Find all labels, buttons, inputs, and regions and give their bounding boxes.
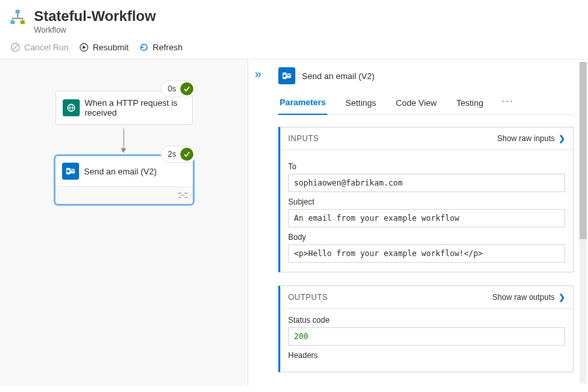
- refresh-icon: [139, 42, 149, 52]
- action-status-badge: 2s: [161, 146, 197, 163]
- status-code-value: 200: [288, 327, 565, 346]
- outlook-email-icon: [62, 163, 79, 180]
- toolbar: Cancel Run Resubmit Refresh: [0, 37, 588, 59]
- tabs-overflow-button[interactable]: ···: [502, 95, 514, 112]
- chevron-right-icon: ❯: [559, 293, 565, 302]
- svg-rect-1: [10, 20, 15, 24]
- refresh-button[interactable]: Refresh: [139, 42, 183, 52]
- panel-tabs: Parameters Settings Code View Testing ··…: [278, 93, 574, 115]
- page-header: Stateful-Workflow Workflow: [0, 0, 588, 37]
- outputs-section: OUTPUTS Show raw outputs ❯ Status code 2…: [278, 286, 574, 372]
- body-value: <p>Hello from your example workflow!</p>: [288, 244, 565, 263]
- svg-line-6: [12, 44, 18, 50]
- details-panel: » Send an email (V2) Parameters Settings…: [248, 59, 588, 386]
- panel-title: Send an email (V2): [302, 71, 374, 81]
- cancel-icon: [10, 42, 20, 52]
- success-check-icon: [180, 148, 193, 161]
- outlook-email-icon: [278, 67, 295, 84]
- action-duration-label: 2s: [168, 150, 176, 159]
- headers-label: Headers: [288, 351, 565, 360]
- status-code-label: Status code: [288, 316, 565, 325]
- page-subtitle: Workflow: [34, 25, 156, 35]
- http-request-icon: [63, 99, 80, 116]
- inputs-title: INPUTS: [288, 134, 319, 143]
- svg-point-16: [284, 74, 286, 77]
- panel-scrollbar[interactable]: [580, 62, 587, 384]
- to-label: To: [288, 162, 565, 171]
- resubmit-label: Resubmit: [93, 42, 129, 52]
- tab-settings[interactable]: Settings: [344, 94, 378, 114]
- tab-parameters[interactable]: Parameters: [278, 93, 327, 115]
- tab-testing[interactable]: Testing: [455, 94, 484, 114]
- subject-value: An email from your example workflow: [288, 209, 565, 227]
- show-raw-inputs-link[interactable]: Show raw inputs ❯: [497, 134, 565, 143]
- page-title: Stateful-Workflow: [34, 8, 156, 25]
- resubmit-icon: [79, 42, 89, 52]
- to-value: sophiaowen@fabrikam.com: [288, 174, 565, 192]
- link-icon: [178, 192, 188, 199]
- scroll-thumb[interactable]: [580, 62, 587, 239]
- svg-point-13: [67, 170, 69, 172]
- tab-code-view[interactable]: Code View: [395, 94, 438, 114]
- show-raw-inputs-label: Show raw inputs: [497, 134, 555, 143]
- email-action-node[interactable]: Send an email (V2): [56, 156, 193, 204]
- expand-panel-button[interactable]: »: [255, 67, 261, 81]
- subject-label: Subject: [288, 197, 565, 206]
- cancel-run-label: Cancel Run: [24, 42, 69, 52]
- refresh-label: Refresh: [153, 42, 183, 52]
- workflow-logo-icon: [9, 9, 26, 26]
- panel-header: Send an email (V2): [278, 67, 574, 93]
- email-action-label: Send an email (V2): [84, 167, 157, 176]
- chevron-right-icon: ❯: [559, 134, 565, 143]
- outputs-title: OUTPUTS: [288, 293, 328, 302]
- svg-rect-2: [20, 20, 25, 24]
- inputs-section: INPUTS Show raw inputs ❯ To sophiaowen@f…: [278, 127, 574, 272]
- show-raw-outputs-label: Show raw outputs: [493, 293, 555, 302]
- svg-rect-0: [16, 10, 20, 13]
- show-raw-outputs-link[interactable]: Show raw outputs ❯: [493, 293, 565, 302]
- connector-arrow-icon: [123, 129, 124, 152]
- action-footer: [56, 186, 193, 204]
- title-block: Stateful-Workflow Workflow: [34, 8, 156, 35]
- cancel-run-button: Cancel Run: [10, 42, 69, 52]
- success-check-icon: [180, 82, 193, 95]
- workflow-canvas[interactable]: 0s When a HTTP request is received 2s: [0, 59, 248, 386]
- trigger-duration-label: 0s: [168, 84, 176, 93]
- trigger-status-badge: 0s: [161, 80, 197, 97]
- body-label: Body: [288, 233, 565, 242]
- trigger-label: When a HTTP request is received: [85, 98, 186, 118]
- resubmit-button[interactable]: Resubmit: [79, 42, 129, 52]
